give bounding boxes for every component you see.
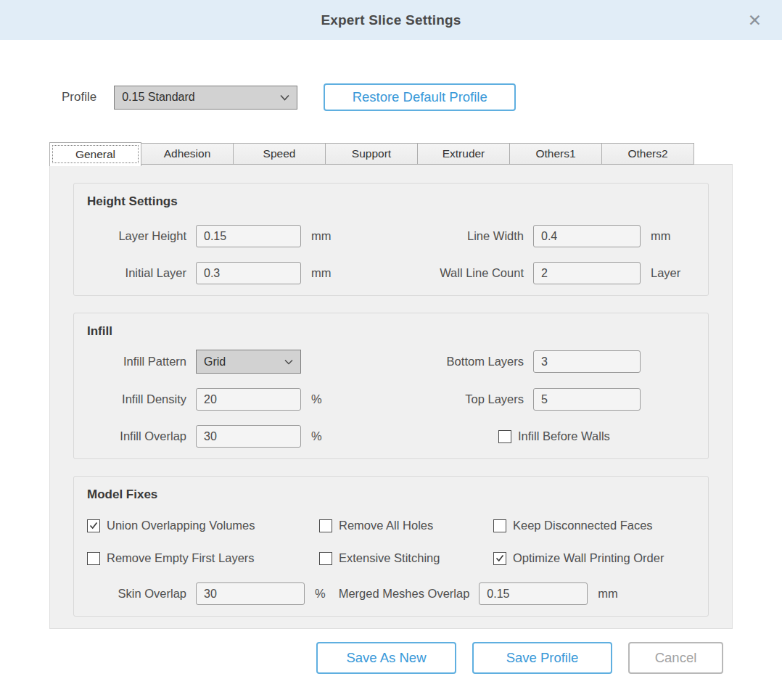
line-width-label: Line Width xyxy=(408,229,524,243)
profile-dropdown-value: 0.15 Standard xyxy=(122,91,195,104)
tab-strip: General Adhesion Speed Support Extruder … xyxy=(49,142,733,165)
checkbox-box[interactable] xyxy=(319,519,332,532)
bottom-layers-input[interactable] xyxy=(533,350,641,373)
line-width-input[interactable] xyxy=(533,225,641,247)
infill-density-label: Infill Density xyxy=(87,392,186,406)
initial-layer-label: Initial Layer xyxy=(87,266,186,280)
layer-height-label: Layer Height xyxy=(87,229,186,243)
layer-height-unit: mm xyxy=(311,229,332,243)
checkmark-icon xyxy=(89,522,98,530)
infill-title: Infill xyxy=(87,324,695,339)
profile-dropdown[interactable]: 0.15 Standard xyxy=(114,86,297,110)
general-tab-panel: Height Settings Layer Height mm Line Wid… xyxy=(49,164,733,629)
infill-before-walls-checkbox[interactable]: Infill Before Walls xyxy=(498,429,610,443)
infill-density-input[interactable] xyxy=(196,388,301,411)
tab-extruder[interactable]: Extruder xyxy=(418,143,510,165)
cancel-button[interactable]: Cancel xyxy=(628,642,723,674)
remove-all-holes-checkbox[interactable]: Remove All Holes xyxy=(319,519,493,532)
dialog-title: Expert Slice Settings xyxy=(321,12,461,28)
union-overlapping-volumes-checkbox[interactable]: Union Overlapping Volumes xyxy=(87,519,319,532)
height-settings-group: Height Settings Layer Height mm Line Wid… xyxy=(73,183,709,296)
extensive-stitching-checkbox[interactable]: Extensive Stitching xyxy=(319,551,493,565)
tab-general[interactable]: General xyxy=(49,142,141,166)
checkbox-box[interactable] xyxy=(498,430,511,443)
bottom-layers-label: Bottom Layers xyxy=(408,355,524,368)
checkbox-box[interactable] xyxy=(319,552,332,565)
top-layers-input[interactable] xyxy=(533,388,641,411)
tab-speed[interactable]: Speed xyxy=(234,143,326,165)
chevron-down-icon xyxy=(284,359,293,365)
settings-tab-control: General Adhesion Speed Support Extruder … xyxy=(49,142,733,629)
tab-others1[interactable]: Others1 xyxy=(510,143,602,165)
merged-meshes-overlap-unit: mm xyxy=(598,587,618,601)
wall-line-count-unit: Layer xyxy=(651,266,680,280)
tab-adhesion[interactable]: Adhesion xyxy=(141,143,234,165)
profile-label: Profile xyxy=(62,90,96,104)
footer-button-row: Save As New Save Profile Cancel xyxy=(0,642,782,674)
tab-support[interactable]: Support xyxy=(326,143,418,165)
initial-layer-input[interactable] xyxy=(196,262,301,284)
optimize-wall-printing-order-checkbox[interactable]: Optimize Wall Printing Order xyxy=(493,551,664,565)
save-profile-button[interactable]: Save Profile xyxy=(472,642,612,674)
restore-default-profile-button[interactable]: Restore Default Profile xyxy=(324,83,516,111)
skin-overlap-input[interactable] xyxy=(196,582,305,605)
checkbox-box[interactable] xyxy=(87,552,100,565)
height-settings-title: Height Settings xyxy=(87,194,695,209)
wall-line-count-input[interactable] xyxy=(533,262,641,284)
infill-overlap-label: Infill Overlap xyxy=(87,429,186,443)
infill-overlap-unit: % xyxy=(311,429,322,443)
skin-overlap-label: Skin Overlap xyxy=(87,587,186,601)
merged-meshes-overlap-input[interactable] xyxy=(479,582,588,605)
keep-disconnected-faces-checkbox[interactable]: Keep Disconnected Faces xyxy=(493,519,653,532)
profile-row: Profile 0.15 Standard Restore Default Pr… xyxy=(62,83,782,111)
merged-meshes-overlap-label: Merged Meshes Overlap xyxy=(339,587,470,601)
infill-pattern-dropdown[interactable]: Grid xyxy=(196,350,301,374)
wall-line-count-label: Wall Line Count xyxy=(408,266,524,280)
skin-overlap-unit: % xyxy=(315,587,326,601)
checkbox-box[interactable] xyxy=(493,519,506,532)
tab-others2[interactable]: Others2 xyxy=(602,143,694,165)
close-icon[interactable]: ✕ xyxy=(748,12,762,28)
layer-height-input[interactable] xyxy=(196,225,301,247)
line-width-unit: mm xyxy=(651,229,671,243)
checkbox-box[interactable] xyxy=(493,552,506,565)
model-fixes-group: Model Fixes Union Overlapping Volumes Re… xyxy=(73,476,709,617)
chevron-down-icon xyxy=(280,94,289,101)
infill-group: Infill Infill Pattern Grid Bottom Layers… xyxy=(73,313,709,459)
top-layers-label: Top Layers xyxy=(408,392,524,406)
infill-density-unit: % xyxy=(311,392,322,406)
infill-before-walls-label: Infill Before Walls xyxy=(518,429,610,443)
checkbox-box[interactable] xyxy=(87,519,100,532)
checkmark-icon xyxy=(495,554,504,562)
infill-overlap-input[interactable] xyxy=(196,425,301,448)
infill-pattern-value: Grid xyxy=(204,355,226,368)
remove-empty-first-layers-checkbox[interactable]: Remove Empty First Layers xyxy=(87,551,319,565)
save-as-new-button[interactable]: Save As New xyxy=(316,642,456,674)
dialog-titlebar: Expert Slice Settings ✕ xyxy=(0,0,782,40)
infill-pattern-label: Infill Pattern xyxy=(87,355,186,368)
initial-layer-unit: mm xyxy=(311,266,332,280)
model-fixes-title: Model Fixes xyxy=(87,487,695,502)
